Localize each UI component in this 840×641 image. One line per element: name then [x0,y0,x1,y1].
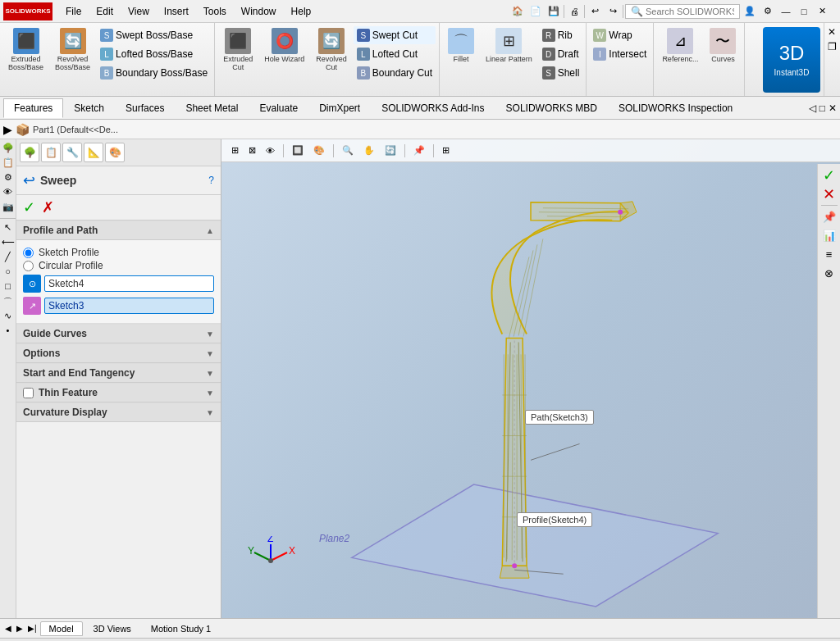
menu-window[interactable]: Window [235,4,283,19]
wrap-button[interactable]: W Wrap [590,26,650,44]
smart-dim-icon[interactable]: ⟵ [2,237,15,250]
tab-inspection[interactable]: SOLIDWORKS Inspection [608,98,743,118]
tab-features[interactable]: Features [3,98,63,118]
tab-nav-right[interactable]: ▶ [15,622,25,634]
boundary-cut-button[interactable]: B Boundary Cut [354,64,436,82]
intersect-button[interactable]: I Intersect [590,45,650,63]
feature-tree-icon[interactable]: 🌳 [2,143,15,156]
thin-feature-checkbox[interactable] [23,388,34,398]
print-icon[interactable]: 🖨 [566,3,582,20]
menu-tools[interactable]: Tools [197,4,233,19]
panel-expand-icon[interactable]: ❐ [826,39,838,54]
profile-path-section-header[interactable]: Profile and Path ▲ [16,220,221,240]
config-manager-icon[interactable]: 🔧 [62,143,82,162]
swept-cut-button[interactable]: S Swept Cut [354,26,436,44]
tab-mbd[interactable]: SOLIDWORKS MBD [495,98,608,118]
tab-nav-right2[interactable]: ▶| [26,622,39,634]
instant3d-button[interactable]: 3D Instant3D [763,27,820,93]
ok-vp-icon[interactable]: ✓ [821,167,838,184]
undo-icon[interactable]: ↩ [587,3,603,20]
options-section-header[interactable]: Options ▼ [16,343,221,363]
boundary-boss-button[interactable]: B Boundary Boss/Base [97,64,211,82]
tab-sketch[interactable]: Sketch [63,98,115,118]
3d-views-tab[interactable]: 3D Views [84,621,140,636]
display-icon[interactable]: 👁 [2,187,15,200]
tab-dimxpert[interactable]: DimXpert [308,98,371,118]
draft-button[interactable]: D Draft [539,45,583,63]
menu-file[interactable]: File [59,4,88,19]
feature-manager-icon[interactable]: 🌳 [20,143,39,162]
profile-input[interactable] [44,275,214,292]
view-orient-button[interactable]: ⊞ [228,144,242,157]
dimxpert-manager-icon[interactable]: 📐 [84,143,103,162]
pan-button[interactable]: ✋ [360,144,378,157]
rect-icon[interactable]: □ [2,281,15,294]
cancel-button[interactable]: ✗ [42,198,54,216]
display-style-button[interactable]: 🔲 [289,144,307,157]
tab-nav-left[interactable]: ◀ [3,622,13,634]
save-icon[interactable]: 💾 [546,3,562,20]
tab-evaluate[interactable]: Evaluate [249,98,308,118]
tab-addins[interactable]: SOLIDWORKS Add-Ins [371,98,495,118]
new-icon[interactable]: 🏠 [509,3,526,20]
model-tab[interactable]: Model [40,621,83,636]
swept-boss-button[interactable]: S Swept Boss/Base [97,26,211,44]
menu-help[interactable]: Help [285,4,318,19]
sketch-profile-option[interactable]: Sketch Profile [23,247,214,258]
linear-pattern-button[interactable]: ⊞ Linear Pattern [481,26,537,65]
arc-icon[interactable]: ⌒ [2,296,15,309]
revolved-cut-button[interactable]: 🔄 RevolvedCut [311,26,352,73]
cancel-vp-icon[interactable]: ✕ [821,186,838,202]
zoom-button[interactable]: 🔍 [339,144,357,157]
chart-icon[interactable]: 📊 [821,227,838,243]
hide-show-button[interactable]: 👁 [262,145,278,157]
appearance-button[interactable]: 🎨 [310,144,328,157]
search-input[interactable] [646,7,734,16]
motion-study-tab[interactable]: Motion Study 1 [142,621,220,636]
property-icon[interactable]: 📋 [2,157,15,170]
panel-expand2-icon[interactable]: □ [819,102,825,114]
tab-surfaces[interactable]: Surfaces [115,98,175,118]
curves-button[interactable]: 〜 Curves [705,26,741,65]
menu-insert[interactable]: Insert [158,4,195,19]
minimize-icon[interactable]: — [778,3,794,20]
tree-expand-icon[interactable]: ▶ [3,123,12,136]
view-section-button[interactable]: ⊠ [245,144,259,157]
panel-help-button[interactable]: ? [208,175,214,186]
snap-button[interactable]: 📌 [410,144,428,157]
menu-view[interactable]: View [121,4,156,19]
menu-edit[interactable]: Edit [89,4,120,19]
open-icon[interactable]: 📄 [527,3,544,20]
thin-feature-section-header[interactable]: Thin Feature ▼ [16,383,221,402]
display-manager-icon[interactable]: 🎨 [105,143,125,162]
reference-button[interactable]: ⊿ Referenc... [657,26,703,65]
tab-sheet-metal[interactable]: Sheet Metal [175,98,249,118]
spline-icon[interactable]: ∿ [2,311,15,324]
list-icon[interactable]: ≡ [821,246,838,262]
panel-close-icon[interactable]: ✕ [826,25,838,39]
guide-curves-section-header[interactable]: Guide Curves ▼ [16,324,221,343]
user-icon[interactable]: 👤 [742,3,758,20]
grid-button[interactable]: ⊞ [439,144,453,157]
hole-wizard-button[interactable]: ⭕ Hole Wizard [259,26,309,65]
circular-profile-option[interactable]: Circular Profile [23,260,214,271]
settings-icon[interactable]: ⚙ [760,3,776,20]
close-icon[interactable]: ✕ [814,3,830,20]
ok-button[interactable]: ✓ [23,198,35,216]
lofted-boss-button[interactable]: L Lofted Boss/Base [97,45,211,63]
start-end-tangency-section-header[interactable]: Start and End Tangency ▼ [16,363,221,383]
rotate-button[interactable]: 🔄 [381,144,399,157]
maximize-icon[interactable]: □ [796,3,812,20]
panel-resize-icon[interactable]: ◁ [809,102,816,114]
line-icon[interactable]: ╱ [2,252,15,265]
bookmark-icon[interactable]: 📌 [821,208,838,225]
point-icon[interactable]: • [2,325,15,339]
shell-button[interactable]: S Shell [539,64,583,82]
curvature-display-section-header[interactable]: Curvature Display ▼ [16,402,221,422]
circle-icon[interactable]: ○ [2,266,15,280]
property-manager-icon[interactable]: 📋 [41,143,61,162]
revolved-boss-button[interactable]: 🔄 RevolvedBoss/Base [50,26,95,73]
path-input[interactable] [44,298,214,314]
viewport[interactable]: ⊞ ⊠ 👁 🔲 🎨 🔍 ✋ 🔄 📌 ⊞ Plane2 [221,139,840,618]
redo-icon[interactable]: ↪ [605,3,621,20]
